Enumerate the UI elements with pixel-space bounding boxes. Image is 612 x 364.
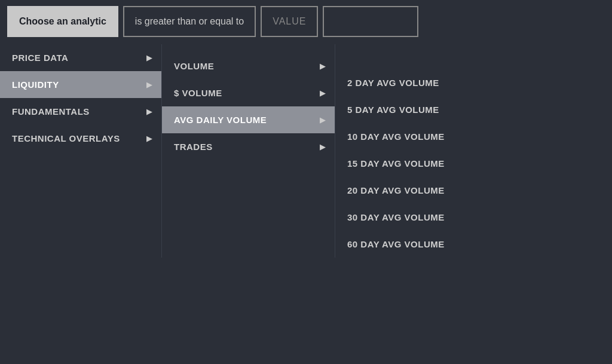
- menu-item2-avg-daily-volume[interactable]: AVG DAILY VOLUME ▶: [162, 106, 335, 133]
- menu-item3-15-day-avg[interactable]: 15 DAY AVG VOLUME: [335, 150, 502, 177]
- arrow-right-icon: ▶: [320, 116, 326, 124]
- arrow-right-icon: ▶: [320, 143, 326, 151]
- menu-container: PRICE DATA ▶ LIQUIDITY ▶ FUNDAMENTALS ▶ …: [0, 44, 612, 258]
- menu-item3-5-day-avg-label: 5 DAY AVG VOLUME: [347, 105, 439, 115]
- menu-item-technical-overlays-label: TECHNICAL OVERLAYS: [12, 133, 120, 143]
- menu-item2-trades-label: TRADES: [174, 142, 213, 152]
- menu-item2-trades[interactable]: TRADES ▶: [162, 133, 335, 160]
- menu-item3-2-day-avg[interactable]: 2 DAY AVG VOLUME: [335, 69, 502, 96]
- menu-item3-30-day-avg-label: 30 DAY AVG VOLUME: [347, 212, 445, 222]
- menu-item-price-data[interactable]: PRICE DATA ▶: [0, 44, 161, 71]
- menu-level1: PRICE DATA ▶ LIQUIDITY ▶ FUNDAMENTALS ▶ …: [0, 44, 161, 258]
- choose-analytic-button[interactable]: Choose an analytic: [7, 6, 118, 37]
- value-input[interactable]: [323, 6, 418, 37]
- menu-item2-volume[interactable]: VOLUME ▶: [162, 53, 335, 79]
- menu-item3-20-day-avg-label: 20 DAY AVG VOLUME: [347, 185, 445, 195]
- arrow-right-icon: ▶: [146, 81, 152, 89]
- menu-item2-volume-label: VOLUME: [174, 61, 214, 71]
- menu-item2-dollar-volume-label: $ VOLUME: [174, 88, 222, 98]
- menu-item3-10-day-avg-label: 10 DAY AVG VOLUME: [347, 131, 445, 142]
- menu-item3-2-day-avg-label: 2 DAY AVG VOLUME: [347, 78, 439, 88]
- menu-item-technical-overlays[interactable]: TECHNICAL OVERLAYS ▶: [0, 125, 161, 152]
- menu-level2: VOLUME ▶ $ VOLUME ▶ AVG DAILY VOLUME ▶ T…: [161, 44, 335, 258]
- menu-item3-60-day-avg-label: 60 DAY AVG VOLUME: [347, 239, 445, 249]
- menu-item2-avg-daily-volume-label: AVG DAILY VOLUME: [174, 115, 267, 125]
- arrow-right-icon: ▶: [146, 134, 152, 143]
- arrow-right-icon: ▶: [146, 108, 152, 116]
- menu-item-liquidity-label: LIQUIDITY: [12, 79, 59, 90]
- menu-item-fundamentals-label: FUNDAMENTALS: [12, 106, 90, 117]
- arrow-right-icon: ▶: [320, 62, 326, 71]
- menu-item2-dollar-volume[interactable]: $ VOLUME ▶: [162, 79, 335, 106]
- menu-item-liquidity[interactable]: LIQUIDITY ▶: [0, 71, 161, 98]
- top-bar: Choose an analytic is greater than or eq…: [0, 0, 612, 43]
- menu-item3-30-day-avg[interactable]: 30 DAY AVG VOLUME: [335, 204, 502, 231]
- menu-item3-60-day-avg[interactable]: 60 DAY AVG VOLUME: [335, 231, 502, 258]
- arrow-right-icon: ▶: [320, 89, 326, 97]
- value-button[interactable]: VALUE: [261, 6, 318, 37]
- menu-item-price-data-label: PRICE DATA: [12, 53, 68, 63]
- condition-button[interactable]: is greater than or equal to: [123, 6, 256, 37]
- menu-item3-15-day-avg-label: 15 DAY AVG VOLUME: [347, 158, 445, 169]
- arrow-right-icon: ▶: [146, 54, 152, 62]
- menu-item3-5-day-avg[interactable]: 5 DAY AVG VOLUME: [335, 96, 502, 123]
- menu-item3-10-day-avg[interactable]: 10 DAY AVG VOLUME: [335, 123, 502, 150]
- menu-level3: 2 DAY AVG VOLUME 5 DAY AVG VOLUME 10 DAY…: [335, 44, 502, 258]
- menu-item3-20-day-avg[interactable]: 20 DAY AVG VOLUME: [335, 177, 502, 204]
- menu-item-fundamentals[interactable]: FUNDAMENTALS ▶: [0, 98, 161, 125]
